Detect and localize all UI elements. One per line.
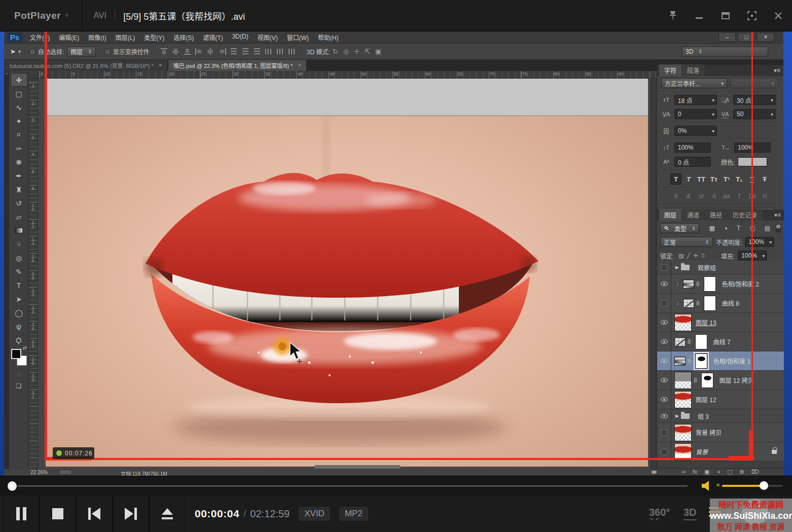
layer-row[interactable]: 图层 13 [657, 313, 784, 332]
align-right-icon[interactable] [219, 48, 226, 55]
tab-history[interactable]: 历史记录 [728, 209, 762, 221]
ps-minimize-icon[interactable]: – [718, 32, 736, 42]
adjustment-filter-icon[interactable]: ◑ [724, 225, 728, 232]
mask-thumbnail[interactable] [695, 353, 707, 369]
seek-knob[interactable] [8, 481, 17, 491]
opentype-button-1[interactable]: & [683, 191, 694, 201]
eyedropper-tool[interactable]: ✑ [11, 141, 27, 155]
smartobject-filter-icon[interactable]: ▤ [765, 225, 770, 232]
lock-position-icon[interactable]: ✛ [693, 253, 698, 259]
leading-field[interactable]: 30 点▾ [733, 95, 776, 105]
foreground-color-swatch[interactable] [11, 349, 21, 359]
tab-character[interactable]: 字符 [659, 64, 681, 76]
type-tool[interactable]: T [11, 278, 27, 292]
show-transform-checkbox[interactable] [104, 49, 111, 55]
layer-name[interactable]: 色相/饱和度 1 [713, 357, 750, 365]
next-button[interactable] [113, 495, 149, 532]
layer-filter-dropdown[interactable]: 🔍︎类型⇕ [660, 223, 699, 233]
menu-item-5[interactable]: 选择(S) [173, 33, 194, 42]
layer-name[interactable]: 背景 [696, 447, 708, 456]
document-tab-0[interactable]: tutusucai.taobao.com (5).CR2 @ 21.6% (背景… [5, 60, 168, 71]
hand-tool[interactable]: ψ [11, 320, 27, 333]
tab-close-icon[interactable]: × [159, 62, 162, 69]
new-group-icon[interactable]: ▢ [727, 469, 732, 476]
char-style-button-5[interactable]: T₁ [734, 173, 745, 185]
auto-select-checkbox[interactable] [29, 49, 35, 55]
opentype-button-3[interactable]: A [708, 191, 719, 201]
3d-pan-icon[interactable]: ✛ [354, 48, 359, 55]
pen-tool[interactable]: ✎ [11, 265, 27, 278]
align-bottom-icon[interactable] [184, 48, 191, 55]
mask-thumbnail[interactable] [701, 373, 713, 388]
visibility-toggle[interactable] [657, 294, 671, 312]
char-style-button-4[interactable]: T¹ [721, 173, 732, 185]
opentype-button-5[interactable]: T [734, 191, 745, 201]
layer-name[interactable]: 观察组 [698, 263, 716, 272]
baseline-field[interactable]: 0 点 [674, 157, 711, 167]
distribute-hcenter-icon[interactable] [277, 48, 284, 55]
opentype-button-7[interactable]: ½ [759, 191, 770, 201]
align-hcenter-icon[interactable] [207, 48, 214, 55]
color-swatches[interactable]: ⇄ [11, 349, 27, 367]
maximize-icon[interactable] [719, 9, 732, 22]
stop-button[interactable] [40, 495, 76, 532]
panel-menu-icon[interactable]: ▾≡ [774, 67, 780, 74]
font-size-field[interactable]: 18 点▾ [674, 95, 717, 105]
char-style-button-3[interactable]: Tᴛ [708, 173, 719, 185]
clone-stamp-tool[interactable]: ♜ [11, 183, 27, 196]
ps-canvas[interactable]: ✛ [38, 79, 651, 469]
char-style-button-7[interactable]: Ŧ [759, 173, 770, 185]
minimize-icon[interactable] [693, 9, 706, 22]
visibility-toggle[interactable] [657, 423, 671, 442]
mask-thumbnail[interactable] [704, 296, 716, 311]
3d-camera-icon[interactable]: ▣ [375, 48, 381, 55]
eraser-tool[interactable]: ▱ [11, 210, 27, 224]
video-display-area[interactable]: Ps 文件(F)编辑(E)图像(I)图层(L)类型(Y)选择(S)滤镜(T)3D… [0, 31, 792, 476]
opentype-button-4[interactable]: aa [721, 191, 732, 201]
curves-thumbnail[interactable] [683, 299, 694, 308]
layer-thumbnail[interactable] [674, 372, 692, 389]
layer-row[interactable]: 8图层 12 拷贝 [657, 371, 784, 390]
char-style-button-1[interactable]: T [683, 173, 694, 185]
opacity-field[interactable]: 100%▾ [745, 237, 774, 247]
mask-thumbnail[interactable] [695, 334, 707, 349]
auto-select-dropdown[interactable]: 图层⇕ [67, 47, 95, 57]
lasso-tool[interactable]: ∿ [11, 100, 27, 114]
distribute-right-icon[interactable] [289, 48, 296, 55]
tab-paths[interactable]: 路径 [705, 209, 727, 221]
tab-close-icon[interactable]: × [298, 62, 301, 69]
audio-codec-badge[interactable]: MP2 [339, 507, 368, 521]
hue-saturation-thumbnail[interactable] [683, 279, 694, 289]
layer-row[interactable]: 图层 12 [657, 390, 784, 409]
group-expand-icon[interactable]: ▶ [675, 413, 679, 418]
visibility-toggle[interactable] [657, 261, 671, 274]
titlebar[interactable]: PotPlayer ˅ AVI [5/9] 5第五课（我帮找网）.avi [0, 0, 792, 31]
menu-item-10[interactable]: 帮助(H) [318, 33, 339, 42]
align-top-icon[interactable] [160, 48, 168, 55]
layer-row[interactable]: ↓8曲线 8 [657, 294, 784, 313]
layer-name[interactable]: 组 3 [698, 412, 709, 420]
new-adjustment-icon[interactable]: ◑ [716, 469, 720, 476]
pin-icon[interactable] [666, 9, 679, 22]
layer-name[interactable]: 图层 13 [696, 318, 716, 327]
menu-item-8[interactable]: 视图(V) [258, 33, 278, 42]
toolbar-collapse-icon[interactable]: » [5, 71, 8, 76]
layer-row[interactable]: ▶观察组 [657, 261, 784, 274]
link-layers-icon[interactable]: ∞ [682, 469, 686, 476]
distribute-top-icon[interactable] [230, 48, 238, 55]
screen-mode-icon[interactable]: ❏ [16, 382, 22, 389]
magic-wand-tool[interactable]: ✦ [11, 114, 27, 128]
align-vcenter-icon[interactable] [172, 48, 179, 55]
potplayer-logo[interactable]: PotPlayer [14, 10, 61, 21]
stereo-3d-button[interactable]: 3D [683, 507, 697, 520]
volume-knob[interactable] [760, 481, 768, 490]
volume-slider[interactable] [722, 485, 783, 487]
visibility-toggle[interactable] [657, 371, 671, 389]
layer-name[interactable]: 曲线 8 [722, 299, 739, 307]
lock-pixels-icon[interactable]: ╱ [687, 253, 691, 259]
char-style-button-0[interactable]: T [670, 173, 681, 185]
align-left-icon[interactable] [195, 48, 203, 55]
zoom-level[interactable]: 22.26% [30, 470, 48, 475]
document-tab-1[interactable]: 嘴巴.psd @ 22.3% (色相/饱和度 1, 图层蒙版/8) *× [168, 60, 307, 71]
layer-name[interactable]: 背景 拷贝 [696, 428, 722, 437]
